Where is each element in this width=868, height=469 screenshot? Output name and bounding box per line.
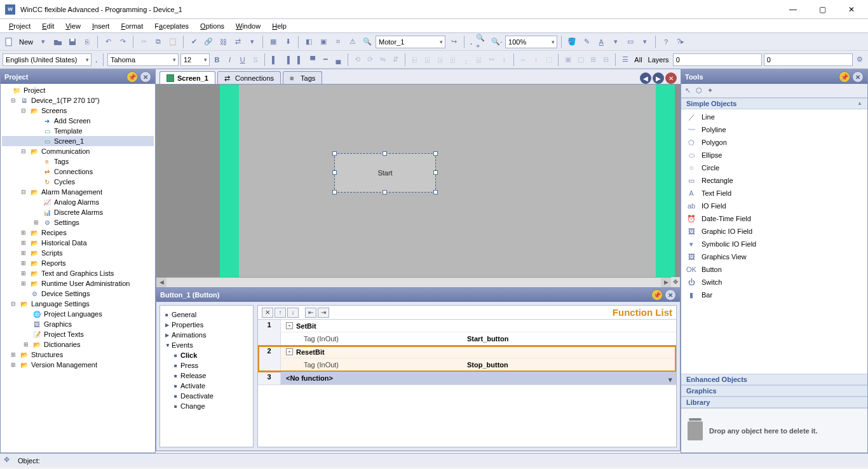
flip-h-icon[interactable]: ⇋ [377,53,388,66]
help-icon[interactable]: ? [660,36,672,48]
align-top-icon[interactable]: ▀ [308,53,318,66]
close-panel-icon[interactable]: ✕ [140,71,151,83]
tool-item-line[interactable]: ／Line [681,111,867,123]
resize-handle-nw[interactable] [332,151,337,156]
pointer-icon[interactable]: ↖ [685,86,691,95]
transfer-drop-icon[interactable]: ▾ [246,36,259,48]
resize-handle-sw[interactable] [332,190,337,194]
tool-item-io-field[interactable]: abIO Field [681,200,867,212]
collapse-icon[interactable]: - [286,322,293,329]
al-right-icon[interactable]: ⍈ [435,53,445,66]
tree-version-mgmt[interactable]: Version Management [31,361,97,369]
tab-tags[interactable]: ≡ Tags [283,71,322,84]
funclist-param-value[interactable]: Start_button [467,335,508,343]
zoom-combo[interactable]: 100% [505,36,557,48]
dist-v-icon[interactable]: ↕ [499,53,510,66]
cut-icon[interactable]: ✂ [137,36,150,48]
collapse-icon[interactable]: - [286,348,293,355]
tool-lasso-icon[interactable]: ⬡ [696,86,702,95]
fontsize-combo[interactable]: 12 [180,53,210,66]
nav-prev-icon[interactable]: ◀ [640,72,651,84]
bold-icon[interactable]: B [212,53,222,66]
menu-format[interactable]: Format [116,21,148,31]
line-color-icon[interactable]: ✎ [580,36,593,48]
al-left-icon[interactable]: ⍇ [409,53,420,66]
tool-item-text-field[interactable]: AText Field [681,187,867,200]
tool-item-ellipse[interactable]: ⬭Ellipse [681,149,867,161]
tree-scripts[interactable]: Scripts [41,249,63,257]
propnav-properties[interactable]: ▶Properties [163,320,250,330]
tree-analog-alarms[interactable]: Analog Alarms [54,198,99,206]
tree-root[interactable]: Project [24,86,45,94]
close-panel-icon[interactable]: ✕ [665,289,676,301]
check-icon[interactable]: ✔ [187,36,200,48]
align-center-icon[interactable]: ▐ [281,53,292,66]
tool-wrench-icon[interactable]: ✦ [707,86,713,95]
tree-settings[interactable]: Settings [54,219,79,226]
tree-lang-settings[interactable]: Language Settings [31,300,90,308]
close-button[interactable]: ✕ [840,2,863,17]
propnav-click[interactable]: ■Click [163,350,250,360]
same-size-icon[interactable]: ⬚ [543,53,554,66]
dist-h-icon[interactable]: ⇿ [486,53,497,66]
zoom-out-icon[interactable]: 🔍- [491,36,503,48]
menu-window[interactable]: Window [231,21,266,31]
funclist-down-icon[interactable]: ↓ [287,308,299,318]
rotate-right-icon[interactable]: ⟳ [365,53,376,66]
tree-proj-texts[interactable]: Project Texts [44,330,84,338]
funclist-nofunction-combo[interactable]: <No function> [281,372,676,384]
funclist-up-icon[interactable]: ↑ [275,308,286,318]
strike-icon[interactable]: S [250,53,261,66]
compile-icon[interactable]: ▦ [267,36,280,48]
tools-section-library[interactable]: Library [681,397,867,408]
align-bot-icon[interactable]: ▄ [333,53,344,66]
alarm-icon[interactable]: ⚠ [346,36,359,48]
tag-icon[interactable]: ◧ [302,36,315,48]
nav-next-icon[interactable]: ▶ [653,72,664,84]
tool-item-graphic-io-field[interactable]: 🖼Graphic IO Field [681,225,867,238]
group-icon[interactable]: ⊞ [588,53,599,66]
propnav-general[interactable]: ■General [163,309,250,320]
al-middle-icon[interactable]: ⍚ [460,53,471,66]
resize-handle-n[interactable] [383,151,387,156]
menu-edit[interactable]: Edit [37,21,59,31]
align-right-icon[interactable]: ▌ [294,53,305,66]
align-left-icon[interactable]: ▌ [269,53,280,66]
flip-v-icon[interactable]: ⇵ [390,53,401,66]
save-all-icon[interactable]: ⎘ [81,36,93,48]
font-combo[interactable]: Tahoma [107,53,179,66]
tree-template[interactable]: Template [54,127,83,135]
propnav-deactivate[interactable]: ■Deactivate [163,391,250,401]
fill-color-icon[interactable]: 🪣 [566,36,578,48]
tree-discrete-alarms[interactable]: Discrete Alarms [54,208,103,216]
tree-device[interactable]: Device_1(TP 270 10") [31,97,100,104]
underline-icon[interactable]: U [237,53,248,66]
funclist-delete-icon[interactable]: ✕ [262,308,273,318]
tools-section-graphics[interactable]: Graphics [681,385,867,397]
tree-add-screen[interactable]: Add Screen [54,117,90,125]
resize-handle-w[interactable] [332,170,337,175]
canvas-button-start[interactable]: Start [334,153,436,193]
tree-alarm-mgmt[interactable]: Alarm Management [41,188,102,196]
layer-icon[interactable]: ☰ [620,53,630,66]
nav-close-icon[interactable]: ✕ [665,72,677,84]
tree-textlists[interactable]: Text and Graphics Lists [41,269,114,277]
pin-icon[interactable]: 📌 [651,289,663,301]
tool-item-polygon[interactable]: ⬠Polygon [681,136,867,149]
tool-item-button[interactable]: OKButton [681,263,867,276]
tool-item-graphics-view[interactable]: 🖼Graphics View [681,250,867,263]
find-icon[interactable]: 🔍 [361,36,374,48]
menu-help[interactable]: Help [267,21,292,31]
tools-delete-dropzone[interactable]: Drop any object here to delete it. [681,408,867,452]
minimize-button[interactable]: — [782,2,804,17]
new-doc-icon[interactable] [3,36,15,48]
tree-device-settings[interactable]: Device Settings [41,290,90,297]
tree-reports[interactable]: Reports [41,259,66,267]
rotate-left-icon[interactable]: ⟲ [352,53,363,66]
screen-icon[interactable]: ▣ [317,36,330,48]
tree-connections[interactable]: Connections [54,168,93,175]
same-h-icon[interactable]: ↕ [531,53,541,66]
resize-handle-ne[interactable] [433,151,438,156]
font-color-icon[interactable]: A [595,36,607,48]
close-panel-icon[interactable]: ✕ [852,71,864,83]
